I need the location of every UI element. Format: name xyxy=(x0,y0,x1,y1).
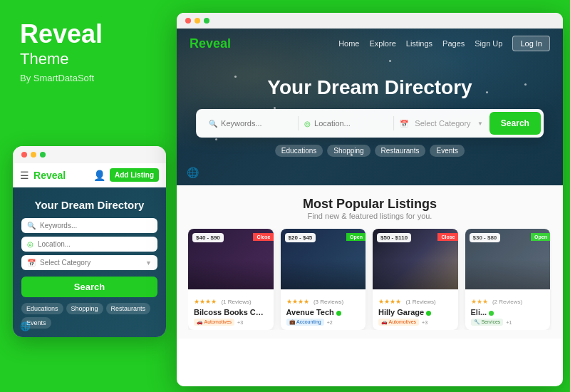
tag-shopping[interactable]: Shopping xyxy=(66,303,103,314)
tag-shopping[interactable]: Shopping xyxy=(327,145,370,157)
card-2-image: $20 - $45 Open xyxy=(281,229,366,289)
card-1-name: Bilcoss Books Corner xyxy=(194,308,268,316)
price-badge: $40 - $90 xyxy=(192,233,224,242)
listings-grid: $40 - $90 Close ★★★★ (1 Reviews) Bilcoss… xyxy=(188,229,551,330)
tag-restaurants[interactable]: Restaurants xyxy=(106,303,151,314)
desktop-location-field[interactable]: ◎ xyxy=(299,116,394,130)
dot-green xyxy=(204,18,209,24)
card-4-body: ★★★ (2 Reviews) Eli... 🔧 Services +1 xyxy=(465,289,551,330)
mobile-mockup: ☰ Reveal 👤 Add Listing Your Dream Direct… xyxy=(13,146,166,337)
dot-red xyxy=(21,152,27,158)
desktop-keyword-field[interactable]: 🔍 xyxy=(203,116,299,130)
mobile-location-input[interactable] xyxy=(38,240,152,248)
mobile-window-bar xyxy=(13,146,166,163)
reviews-count: (3 Reviews) xyxy=(314,299,343,305)
mobile-location-field[interactable]: ◎ xyxy=(21,237,157,252)
category-pill: 🚗 Automotives xyxy=(194,319,234,326)
nav-home[interactable]: Home xyxy=(338,39,359,48)
category-more: +3 xyxy=(422,320,428,325)
stars-icon: ★★★ xyxy=(471,298,488,305)
desktop-category-value: Select Category xyxy=(411,119,475,128)
desktop-hero-content: Your Dream Directory 🔍 ◎ 📅 Select Catego… xyxy=(196,76,544,157)
card-3-name: Hilly Garage xyxy=(378,308,452,316)
dot-yellow xyxy=(195,18,200,24)
card-2-category: 💼 Accounting +2 xyxy=(286,319,361,326)
calendar-icon: 📅 xyxy=(400,120,408,128)
tag-educations[interactable]: Educations xyxy=(21,303,63,314)
mobile-logo: Reveal xyxy=(33,170,66,181)
card-4-image: $30 - $80 Open xyxy=(465,229,551,289)
search-icon: 🔍 xyxy=(209,120,217,128)
price-badge: $20 - $45 xyxy=(285,233,316,242)
user-icon[interactable]: 👤 xyxy=(93,170,105,181)
nav-explore[interactable]: Explore xyxy=(369,39,395,48)
card-3-body: ★★★★ (1 Reviews) Hilly Garage 🚗 Automoti… xyxy=(373,289,458,330)
hamburger-icon[interactable]: ☰ xyxy=(20,170,29,181)
mobile-nav-right: 👤 Add Listing xyxy=(93,168,159,182)
logo-text: eveal xyxy=(199,36,231,51)
status-badge-close: Close xyxy=(437,233,457,241)
nav-listings[interactable]: Listings xyxy=(406,39,432,48)
active-dot xyxy=(489,311,494,316)
mobile-nav: ☰ Reveal 👤 Add Listing xyxy=(13,163,166,187)
card-1-image: $40 - $90 Close xyxy=(188,229,274,289)
category-more: +3 xyxy=(237,320,243,325)
desktop-keyword-input[interactable] xyxy=(221,119,292,128)
desktop-nav-links: Home Explore Listings Pages Sign Up Log … xyxy=(338,36,550,51)
card-1-rating: ★★★★ (1 Reviews) xyxy=(194,294,268,306)
search-icon: 🔍 xyxy=(27,222,36,229)
price-badge: $50 - $110 xyxy=(377,233,411,242)
listing-card-1[interactable]: $40 - $90 Close ★★★★ (1 Reviews) Bilcoss… xyxy=(188,229,274,330)
logo-text: eveal xyxy=(41,170,66,181)
card-3-category: 🚗 Automotives +3 xyxy=(378,319,452,326)
tag-educations[interactable]: Educations xyxy=(275,145,323,157)
logo-prefix: R xyxy=(190,36,199,51)
globe-icon: 🌐 xyxy=(187,167,199,178)
mobile-keyword-input[interactable] xyxy=(40,222,152,229)
chevron-down-icon: ▼ xyxy=(477,120,483,127)
desktop-window-bar xyxy=(177,13,563,29)
desktop-location-input[interactable] xyxy=(314,119,388,128)
card-2-name: Avenue Tech xyxy=(286,308,361,316)
mobile-category-input[interactable] xyxy=(40,259,141,267)
desktop-mockup: Reveal Home Explore Listings Pages Sign … xyxy=(177,13,563,386)
reviews-count: (1 Reviews) xyxy=(405,299,435,305)
tag-restaurants[interactable]: Restaurants xyxy=(375,145,426,157)
listing-card-2[interactable]: $20 - $45 Open ★★★★ (3 Reviews) Avenue T… xyxy=(281,229,366,330)
mobile-keyword-field[interactable]: 🔍 xyxy=(21,218,157,233)
stars-icon: ★★★★ xyxy=(194,298,217,305)
category-more: +1 xyxy=(506,320,512,325)
category-pill: 💼 Accounting xyxy=(286,319,324,326)
card-2-body: ★★★★ (3 Reviews) Avenue Tech 💼 Accountin… xyxy=(281,289,366,330)
location-icon: ◎ xyxy=(27,240,33,248)
reviews-count: (1 Reviews) xyxy=(221,299,251,305)
nav-pages[interactable]: Pages xyxy=(442,39,465,48)
card-4-category: 🔧 Services +1 xyxy=(471,319,545,326)
left-panel: Reveal Theme By SmartDataSoft ☰ Reveal 👤… xyxy=(0,0,171,392)
listing-card-4[interactable]: $30 - $80 Open ★★★ (2 Reviews) Eli... 🔧 … xyxy=(465,229,551,330)
mobile-tags: Educations Shopping Restaurants Events xyxy=(21,303,157,329)
card-3-image: $50 - $110 Close xyxy=(373,229,458,289)
status-badge-open: Open xyxy=(531,233,550,241)
listing-card-3[interactable]: $50 - $110 Close ★★★★ (1 Reviews) Hilly … xyxy=(373,229,458,330)
desktop-category-field[interactable]: 📅 Select Category ▼ xyxy=(394,116,489,130)
tag-events[interactable]: Events xyxy=(430,145,465,157)
logo-prefix: R xyxy=(33,170,41,181)
listings-subtitle: Find new & featured listings for you. xyxy=(188,212,551,220)
desktop-search-button[interactable]: Search xyxy=(489,112,541,135)
category-more: +2 xyxy=(327,320,333,325)
nav-signup[interactable]: Sign Up xyxy=(475,39,502,48)
mobile-category-field[interactable]: 📅 ▼ xyxy=(21,255,157,270)
mobile-search-button[interactable]: Search xyxy=(21,277,157,297)
desktop-hero: Reveal Home Explore Listings Pages Sign … xyxy=(177,29,563,185)
category-pill: 🚗 Automotives xyxy=(378,319,419,326)
add-listing-button[interactable]: Add Listing xyxy=(110,168,159,182)
active-dot xyxy=(426,311,431,316)
calendar-icon: 📅 xyxy=(27,259,36,267)
reviews-count: (2 Reviews) xyxy=(492,299,522,305)
mobile-nav-left: ☰ Reveal xyxy=(20,170,66,181)
stars-icon: ★★★★ xyxy=(378,298,401,305)
login-button[interactable]: Log In xyxy=(512,36,550,51)
card-1-category: 🚗 Automotives +3 xyxy=(194,319,268,326)
card-4-name: Eli... xyxy=(471,308,545,316)
